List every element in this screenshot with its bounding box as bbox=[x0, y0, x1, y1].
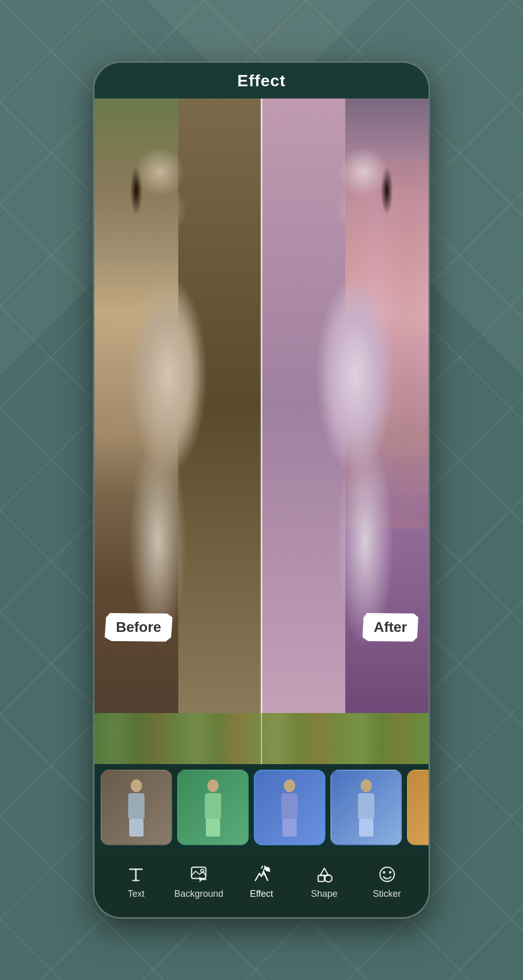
svg-point-10 bbox=[380, 867, 394, 881]
shape-icon bbox=[314, 864, 335, 885]
nav-effect-label: Effect bbox=[250, 889, 273, 899]
nav-shape[interactable]: Shape bbox=[299, 864, 350, 899]
page-title: Effect bbox=[237, 71, 286, 90]
nav-sticker-label: Sticker bbox=[373, 889, 401, 899]
before-label: Before bbox=[105, 613, 173, 642]
split-divider bbox=[261, 99, 263, 713]
before-badge: Before bbox=[105, 613, 173, 642]
text-icon bbox=[126, 864, 146, 885]
thumbnail-5[interactable] bbox=[407, 770, 429, 845]
preview-divider bbox=[261, 713, 262, 764]
phone-frame: Effect Before bbox=[93, 61, 430, 919]
thumbnail-4[interactable] bbox=[330, 770, 402, 845]
header: Effect bbox=[94, 63, 429, 99]
image-container: Before After bbox=[94, 99, 429, 713]
nav-text[interactable]: Text bbox=[110, 864, 161, 899]
thumbnail-2[interactable] bbox=[177, 770, 249, 845]
after-label: After bbox=[363, 613, 418, 642]
nav-background-label: Background bbox=[174, 889, 223, 899]
thumbnail-strip bbox=[94, 764, 429, 851]
nav-text-label: Text bbox=[128, 889, 145, 899]
nav-effect[interactable]: Effect bbox=[236, 864, 287, 899]
background-icon bbox=[188, 864, 209, 885]
svg-point-12 bbox=[389, 871, 391, 873]
thumbnail-1[interactable] bbox=[101, 770, 172, 845]
after-badge: After bbox=[363, 613, 418, 642]
nav-sticker[interactable]: Sticker bbox=[362, 864, 413, 899]
svg-rect-9 bbox=[318, 875, 324, 881]
thumbnail-3[interactable] bbox=[254, 770, 325, 845]
nav-background[interactable]: Background bbox=[173, 864, 224, 899]
sticker-icon bbox=[377, 864, 397, 885]
svg-point-11 bbox=[383, 871, 385, 873]
bottom-nav: Text Background Effe bbox=[94, 851, 429, 917]
main-image-area: Before After bbox=[94, 99, 429, 713]
effect-icon bbox=[251, 864, 272, 885]
preview-strip bbox=[94, 713, 429, 764]
svg-point-4 bbox=[201, 869, 204, 872]
nav-shape-label: Shape bbox=[311, 889, 338, 899]
